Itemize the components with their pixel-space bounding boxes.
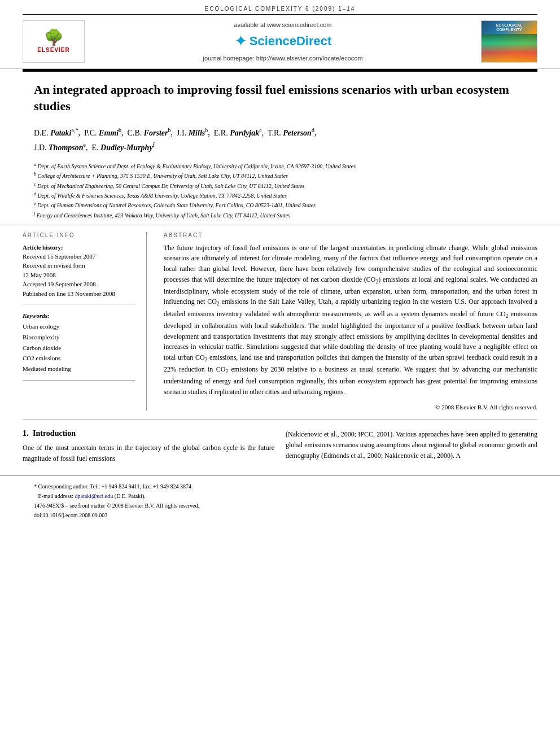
keywords-label: Keywords: xyxy=(23,312,135,319)
article-title: An integrated approach to improving foss… xyxy=(34,82,526,114)
author-dudley: Dudley-Murphy xyxy=(100,143,153,152)
author-forster: Forster xyxy=(144,129,168,137)
footnote-email: E-mail address: dpataki@uci.edu (D.E. Pa… xyxy=(34,491,526,501)
article-title-section: An integrated approach to improving foss… xyxy=(0,72,560,120)
affiliation-e: e Dept. of Human Dimensions of Natural R… xyxy=(34,200,526,210)
intro-number: 1. xyxy=(23,429,29,438)
footnote-doi: doi:10.1016/j.ecom.2008.09.003 xyxy=(34,510,526,520)
keyword-5: Mediated modeling xyxy=(23,364,135,374)
received-value: Received 15 September 2007 xyxy=(23,252,135,261)
left-col: ARTICLE INFO Article history: Received 1… xyxy=(23,232,147,411)
journal-homepage: journal homepage: http://www.elsevier.co… xyxy=(85,55,481,62)
affiliation-b: b College of Architecture + Planning, 37… xyxy=(34,171,526,181)
keyword-3: Carbon dioxide xyxy=(23,343,135,353)
author-pataki: Pataki xyxy=(50,129,71,137)
journal-cover-bg-art xyxy=(482,34,537,62)
sciencedirect-logo: ✦ ScienceDirect xyxy=(85,32,481,50)
journal-cover: ECOLOGICAL COMPLEXITY xyxy=(481,20,537,63)
published-value: Published on line 13 November 2008 xyxy=(23,289,135,299)
intro-heading: 1. Introduction xyxy=(23,429,274,438)
elsevier-logo: 🌳 ELSEVIER xyxy=(23,20,85,63)
revised-label: Received in revised form xyxy=(23,261,135,270)
affiliation-a: a Dept. of Earth System Science and Dept… xyxy=(34,161,526,171)
journal-header: ECOLOGICAL COMPLEXITY 6 (2009) 1–14 xyxy=(0,0,560,14)
footnote-issn: 1476-945X/$ – see front matter © 2008 El… xyxy=(34,501,526,510)
footnote-corresponding: * Corresponding author. Tel.: +1 949 824… xyxy=(34,482,526,491)
banner-center: available at www.sciencedirect.com ✦ Sci… xyxy=(85,21,481,62)
intro-title: Introduction xyxy=(33,429,76,438)
author-emmi: Emmi xyxy=(99,129,119,137)
footnote-section: * Corresponding author. Tel.: +1 949 824… xyxy=(0,475,560,523)
intro-right-text: (Nakicenovic et al., 2000; IPCC, 2001). … xyxy=(286,429,537,461)
sd-icon: ✦ xyxy=(234,32,247,50)
footnote-email-link[interactable]: dpataki@uci.edu xyxy=(75,493,113,499)
affiliation-d: d Dept. of Wildlife & Fisheries Sciences… xyxy=(34,191,526,200)
section-divider xyxy=(23,420,537,420)
accepted-value: Accepted 19 September 2008 xyxy=(23,279,135,289)
author-pardyjak: Pardyjak xyxy=(230,129,259,137)
sd-label: ScienceDirect xyxy=(250,34,332,49)
abstract-heading: ABSTRACT xyxy=(164,232,537,238)
left-col-divider-1 xyxy=(23,304,135,304)
intro-left-text: One of the most uncertain terms in the t… xyxy=(23,443,274,464)
intro-right: (Nakicenovic et al., 2000; IPCC, 2001). … xyxy=(286,429,537,464)
journal-title: ECOLOGICAL COMPLEXITY 6 (2009) 1–14 xyxy=(205,6,356,12)
author-mills: Mills xyxy=(189,129,205,137)
footnote-email-name: (D.E. Pataki). xyxy=(115,493,146,499)
affiliations-section: a Dept. of Earth System Science and Dept… xyxy=(0,159,560,225)
keyword-1: Urban ecology xyxy=(23,321,135,332)
available-text: available at www.sciencedirect.com xyxy=(85,21,481,28)
article-info-heading: ARTICLE INFO xyxy=(23,232,135,238)
elsevier-label: ELSEVIER xyxy=(37,47,69,53)
authors-line: D.E. Patakia,*, P.C. Emmib, C.B. Forster… xyxy=(34,125,526,155)
page: ECOLOGICAL COMPLEXITY 6 (2009) 1–14 🌳 EL… xyxy=(0,0,560,747)
left-col-divider-2 xyxy=(23,380,135,381)
abstract-text: The future trajectory of fossil fuel emi… xyxy=(164,243,537,397)
intro-section: 1. Introduction One of the most uncertai… xyxy=(0,429,560,464)
banner: 🌳 ELSEVIER available at www.sciencedirec… xyxy=(0,15,560,69)
authors-section: D.E. Patakia,*, P.C. Emmib, C.B. Forster… xyxy=(0,120,560,159)
history-label: Article history: xyxy=(23,244,135,251)
affiliation-c: c Dept. of Mechanical Engineering, 50 Ce… xyxy=(34,181,526,191)
right-col: ABSTRACT The future trajectory of fossil… xyxy=(158,232,537,411)
elsevier-tree-icon: 🌳 xyxy=(44,30,64,46)
affiliation-f: f Energy and Geosciences Institute, 423 … xyxy=(34,211,526,220)
author-thompson: Thompson xyxy=(49,143,83,152)
journal-cover-title: ECOLOGICAL COMPLEXITY xyxy=(484,23,535,33)
copyright-line: © 2008 Elsevier B.V. All rights reserved… xyxy=(164,404,537,410)
keyword-2: Biocomplexity xyxy=(23,332,135,343)
keyword-4: CO2 emissions xyxy=(23,353,135,364)
intro-left: 1. Introduction One of the most uncertai… xyxy=(23,429,274,464)
author-peterson: Peterson xyxy=(283,129,312,137)
two-col-section: ARTICLE INFO Article history: Received 1… xyxy=(0,232,560,411)
revised-date: 12 May 2008 xyxy=(23,270,135,280)
